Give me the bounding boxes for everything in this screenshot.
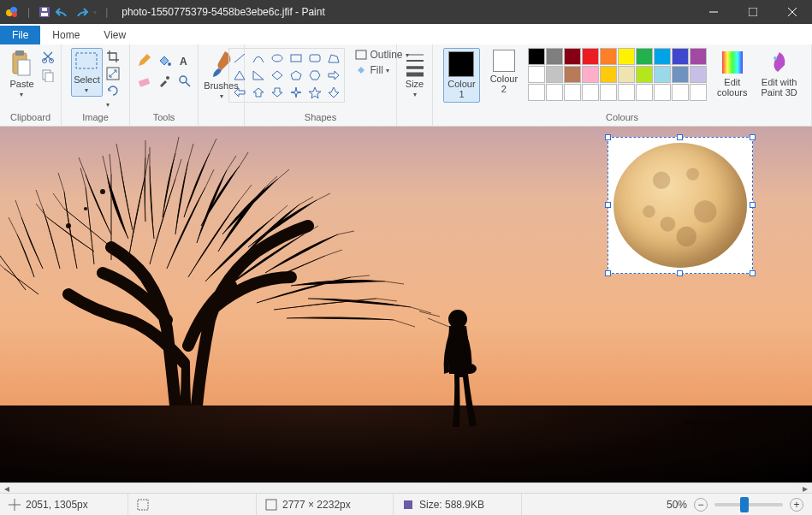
- pasted-selection[interactable]: [608, 137, 753, 274]
- text-tool-icon[interactable]: A: [175, 51, 194, 70]
- scroll-right-icon[interactable]: ▸: [798, 482, 812, 494]
- eraser-tool-icon[interactable]: [134, 72, 153, 91]
- colour-swatch[interactable]: [546, 84, 563, 101]
- line-shape-icon[interactable]: [231, 50, 248, 66]
- selection-handle[interactable]: [750, 270, 756, 276]
- undo-icon[interactable]: [56, 6, 69, 18]
- copy-icon[interactable]: [41, 68, 55, 82]
- diamond-shape-icon[interactable]: [269, 68, 286, 83]
- svg-rect-29: [356, 50, 366, 59]
- selection-handle[interactable]: [677, 134, 683, 140]
- crop-icon[interactable]: [106, 50, 120, 63]
- colour-swatch[interactable]: [654, 84, 671, 101]
- selection-handle[interactable]: [605, 270, 611, 276]
- colour-swatch[interactable]: [546, 66, 563, 83]
- colour-swatch[interactable]: [600, 66, 617, 83]
- size-button[interactable]: Size ▾: [401, 48, 429, 100]
- selection-handle[interactable]: [677, 270, 683, 276]
- star4-shape-icon[interactable]: [287, 85, 305, 100]
- edit-colours-button[interactable]: Edit colours: [714, 48, 750, 99]
- colour-swatch[interactable]: [636, 48, 653, 65]
- paste-button[interactable]: Paste ▾: [6, 48, 37, 100]
- roundrect-shape-icon[interactable]: [306, 50, 323, 66]
- arrow-up-shape-icon[interactable]: [250, 85, 267, 100]
- hexagon-shape-icon[interactable]: [306, 68, 323, 83]
- pencil-tool-icon[interactable]: [134, 51, 153, 70]
- colour-swatch[interactable]: [672, 66, 689, 83]
- redo-icon[interactable]: [74, 6, 88, 18]
- cut-icon[interactable]: [41, 50, 55, 63]
- arrow-right-shape-icon[interactable]: [325, 68, 342, 83]
- scroll-left-icon[interactable]: ◂: [0, 482, 14, 494]
- colour-swatch[interactable]: [654, 48, 671, 65]
- polygon-shape-icon[interactable]: [325, 50, 342, 66]
- colour-swatch[interactable]: [564, 84, 581, 101]
- colour-swatch[interactable]: [528, 48, 545, 65]
- colour-swatch[interactable]: [618, 48, 635, 65]
- shapes-gallery[interactable]: [231, 50, 342, 100]
- picker-tool-icon[interactable]: [155, 72, 174, 91]
- colour-swatch[interactable]: [528, 66, 545, 83]
- arrow-down-shape-icon[interactable]: [269, 85, 286, 100]
- zoom-slider-thumb[interactable]: [740, 497, 749, 512]
- close-button[interactable]: [773, 0, 812, 24]
- triangle-shape-icon[interactable]: [231, 68, 248, 83]
- zoom-slider[interactable]: [714, 503, 783, 506]
- svg-point-46: [653, 172, 670, 189]
- colour-swatch[interactable]: [582, 66, 599, 83]
- star6-shape-icon[interactable]: [325, 85, 342, 100]
- colour-swatch[interactable]: [636, 84, 653, 101]
- curve-shape-icon[interactable]: [250, 50, 267, 66]
- zoom-in-button[interactable]: +: [790, 498, 803, 512]
- colour-swatch[interactable]: [654, 66, 671, 83]
- selection-handle[interactable]: [605, 134, 611, 140]
- select-button[interactable]: Select ▾: [71, 48, 103, 97]
- arrow-left-shape-icon[interactable]: [231, 85, 248, 100]
- paint3d-button[interactable]: Edit with Paint 3D: [758, 48, 801, 99]
- selection-handle[interactable]: [605, 202, 611, 208]
- rect-shape-icon[interactable]: [287, 50, 305, 66]
- colour-swatch[interactable]: [582, 84, 599, 101]
- colour-swatch[interactable]: [600, 48, 617, 65]
- svg-rect-16: [45, 73, 53, 82]
- colour-swatch[interactable]: [564, 66, 581, 83]
- qat-customize-icon[interactable]: ▾: [93, 9, 97, 16]
- colour1-button[interactable]: Colour 1: [443, 48, 479, 103]
- canvas-area[interactable]: [0, 127, 812, 482]
- fill-tool-icon[interactable]: [155, 51, 174, 70]
- zoom-out-button[interactable]: −: [694, 498, 708, 512]
- oval-shape-icon[interactable]: [269, 50, 286, 66]
- selection-handle[interactable]: [750, 202, 756, 208]
- magnifier-tool-icon[interactable]: [175, 72, 194, 91]
- minimize-button[interactable]: [694, 0, 733, 24]
- star5-shape-icon[interactable]: [306, 85, 323, 100]
- colour-swatch[interactable]: [672, 48, 689, 65]
- svg-rect-54: [138, 500, 148, 510]
- colour-swatch[interactable]: [618, 84, 635, 101]
- maximize-button[interactable]: [733, 0, 773, 24]
- colour-swatch[interactable]: [546, 48, 563, 65]
- tab-view[interactable]: View: [92, 26, 138, 44]
- colour-swatch[interactable]: [582, 48, 599, 65]
- colour-swatch[interactable]: [600, 84, 617, 101]
- colour-swatch[interactable]: [690, 84, 707, 101]
- colour-swatch[interactable]: [672, 84, 689, 101]
- colour2-button[interactable]: Colour 2: [487, 48, 521, 96]
- colour-swatch[interactable]: [690, 66, 707, 83]
- save-icon[interactable]: [39, 6, 50, 18]
- right-triangle-icon[interactable]: [250, 68, 267, 83]
- colour-swatch[interactable]: [636, 66, 653, 83]
- colour-swatch[interactable]: [618, 66, 635, 83]
- svg-point-19: [168, 62, 171, 66]
- selection-handle[interactable]: [750, 134, 756, 140]
- colour-palette[interactable]: [528, 48, 707, 101]
- colour-swatch[interactable]: [528, 84, 545, 101]
- tab-file[interactable]: File: [0, 26, 40, 44]
- pentagon-shape-icon[interactable]: [287, 68, 305, 83]
- rotate-icon[interactable]: ▾: [106, 84, 120, 110]
- tab-home[interactable]: Home: [40, 26, 92, 44]
- colour-swatch[interactable]: [690, 48, 707, 65]
- horizontal-scrollbar[interactable]: ◂ ▸: [0, 482, 812, 493]
- resize-icon[interactable]: [106, 67, 120, 80]
- colour-swatch[interactable]: [564, 48, 581, 65]
